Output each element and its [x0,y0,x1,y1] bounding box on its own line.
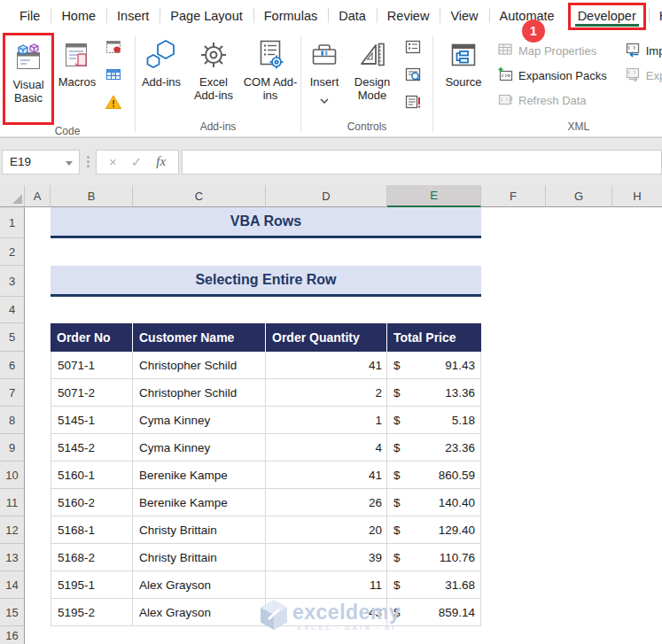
row-header-10[interactable]: 10 [0,462,25,489]
row-header-11[interactable]: 11 [0,489,25,516]
total-price-cell[interactable]: $5.18 [387,407,481,434]
column-header-b[interactable]: B [51,185,133,207]
name-box-dropdown-icon[interactable] [66,161,73,166]
row-header-2[interactable]: 2 [0,238,25,266]
order-quantity-cell[interactable]: 11 [266,571,387,599]
customer-name-cell[interactable]: Berenike Kampe [133,462,266,489]
row-header-3[interactable]: 3 [0,266,25,297]
column-header-g[interactable]: G [546,185,612,207]
expansion-packs-button[interactable]: Expansion Packs [497,66,607,84]
tab-data[interactable]: Data [328,0,377,32]
xml-source-button[interactable]: Source [439,33,488,120]
total-price-cell[interactable]: $110.76 [387,544,481,571]
header-total-price[interactable]: Total Price [387,323,481,352]
customer-name-cell[interactable]: Cyma Kinney [133,434,266,462]
total-price-cell[interactable]: $140.40 [387,489,481,516]
use-relative-references-button[interactable] [102,65,125,88]
customer-name-cell[interactable]: Alex Grayson [133,599,266,626]
total-price-cell[interactable]: $23.36 [387,434,481,462]
tab-insert[interactable]: Insert [106,0,160,32]
total-price-cell[interactable]: $91.43 [387,352,481,379]
column-header-e-selected[interactable]: E [387,185,481,207]
sheet-title-selecting-entire-row[interactable]: Selecting Entire Row [51,266,481,297]
order-no-cell[interactable]: 5168-2 [51,544,133,571]
row-header-4[interactable]: 4 [0,297,25,323]
customer-name-cell[interactable]: Cyma Kinney [133,407,266,434]
order-quantity-cell[interactable]: 4 [266,434,387,462]
total-price-cell[interactable]: $859.14 [387,599,481,626]
total-price-cell[interactable]: $13.36 [387,379,481,407]
order-quantity-cell[interactable]: 41 [266,462,387,489]
row-header-6[interactable]: 6 [0,352,25,379]
order-no-cell[interactable]: 5145-1 [51,407,133,434]
order-quantity-cell[interactable]: 1 [266,407,387,434]
tab-developer[interactable]: Developer [568,3,646,30]
row-header-7[interactable]: 7 [0,379,25,407]
row-header-5[interactable]: 5 [0,323,25,352]
total-price-cell[interactable]: $31.68 [387,571,481,599]
order-quantity-cell[interactable]: 2 [266,379,387,407]
row-header-16[interactable]: 16 [0,626,25,644]
macros-button[interactable]: Macros [55,33,99,120]
order-quantity-cell[interactable]: 41 [266,352,387,379]
column-header-c[interactable]: C [133,185,266,207]
record-macro-button[interactable] [102,37,125,60]
column-header-a[interactable]: A [25,185,51,207]
tab-view[interactable]: View [440,0,488,32]
column-header-d[interactable]: D [266,185,387,207]
tab-formulas[interactable]: Formulas [253,0,328,32]
tab-review[interactable]: Review [377,0,440,32]
customer-name-cell[interactable]: Christopher Schild [133,379,266,407]
tab-home[interactable]: Home [51,0,106,32]
run-dialog-button[interactable] [401,92,424,115]
insert-control-button[interactable]: Insert [303,33,346,120]
order-no-cell[interactable]: 5071-1 [51,352,133,379]
order-no-cell[interactable]: 5071-2 [51,379,133,407]
insert-function-icon[interactable]: fx [156,154,166,169]
visual-basic-button[interactable]: Visual Basic [5,35,51,122]
row-header-1[interactable]: 1 [0,207,25,238]
tab-help[interactable]: Help [649,0,662,32]
addins-button[interactable]: Add-ins [138,33,184,120]
column-header-f[interactable]: F [481,185,546,207]
row-header-9[interactable]: 9 [0,434,25,462]
order-no-cell[interactable]: 5168-1 [51,516,133,544]
name-box[interactable]: E19 [2,150,80,175]
order-no-cell[interactable]: 5160-1 [51,462,133,489]
row-header-15[interactable]: 15 [0,599,25,626]
column-header-h[interactable]: H [612,185,662,207]
header-order-no[interactable]: Order No [51,323,133,352]
total-price-cell[interactable]: $129.40 [387,516,481,544]
design-mode-button[interactable]: Design Mode [347,33,397,120]
customer-name-cell[interactable]: Christopher Schild [133,352,266,379]
macro-security-button[interactable] [102,92,125,115]
row-header-14[interactable]: 14 [0,571,25,599]
header-order-quantity[interactable]: Order Quantity [266,323,387,352]
control-properties-button[interactable] [401,37,424,60]
row-header-8[interactable]: 8 [0,407,25,434]
sheet-title-vba-rows[interactable]: VBA Rows [51,207,481,238]
customer-name-cell[interactable]: Berenike Kampe [133,489,266,516]
tab-page-layout[interactable]: Page Layout [160,0,253,32]
order-quantity-cell[interactable]: 39 [266,544,387,571]
order-no-cell[interactable]: 5195-1 [51,571,133,599]
order-no-cell[interactable]: 5145-2 [51,434,133,462]
row-header-13[interactable]: 13 [0,544,25,571]
order-quantity-cell[interactable]: 20 [266,516,387,544]
row-header-12[interactable]: 12 [0,516,25,544]
order-no-cell[interactable]: 5195-2 [51,599,133,626]
formula-input[interactable] [182,150,662,175]
excel-addins-button[interactable]: Excel Add-ins [186,33,241,120]
customer-name-cell[interactable]: Christy Brittain [133,516,266,544]
customer-name-cell[interactable]: Alex Grayson [133,571,266,599]
com-addins-button[interactable]: COM Add-ins [243,33,298,120]
order-no-cell[interactable]: 5160-2 [51,489,133,516]
select-all-button[interactable] [0,185,25,207]
import-button[interactable]: Import [625,42,662,59]
header-customer-name[interactable]: Customer Name [133,323,266,352]
order-quantity-cell[interactable]: 26 [266,489,387,516]
total-price-cell[interactable]: $860.59 [387,462,481,489]
view-code-button[interactable] [401,65,424,88]
customer-name-cell[interactable]: Christy Brittain [133,544,266,571]
tab-file[interactable]: File [9,0,51,32]
